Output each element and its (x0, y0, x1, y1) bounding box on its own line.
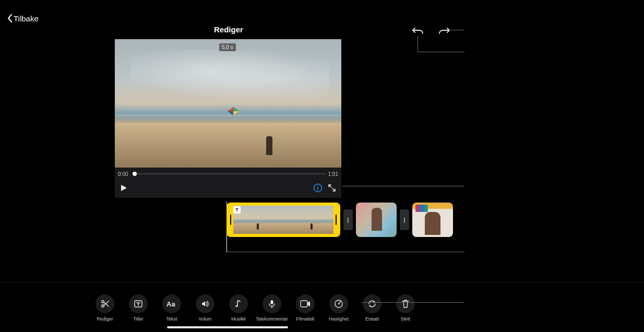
fullscreen-button[interactable] (328, 184, 336, 194)
svg-marker-1 (233, 107, 239, 111)
undo-icon (412, 26, 424, 35)
tool-label: Musikk (231, 316, 246, 322)
preview-artwork (266, 136, 272, 155)
tool-label: Filmatisk (296, 316, 315, 322)
tool-titles-button[interactable] (129, 294, 148, 313)
tool-label: Titler (133, 316, 144, 322)
note-icon (234, 299, 243, 309)
svg-marker-2 (228, 111, 233, 115)
back-button[interactable]: Tilbake (7, 14, 39, 23)
timeline-clip[interactable]: T (226, 203, 340, 237)
scrubber-thumb[interactable] (133, 172, 137, 176)
timeline[interactable]: T | | (226, 203, 453, 237)
trim-handle-right[interactable] (333, 204, 339, 235)
clip-thumbnail (412, 203, 453, 237)
tool-label: Rediger (97, 316, 113, 322)
cycle-icon (367, 299, 377, 309)
callout-line (418, 36, 418, 52)
tool-label: Tekst (166, 316, 177, 322)
home-indicator (167, 326, 288, 328)
film-icon (300, 300, 311, 307)
scissors-icon (100, 299, 110, 309)
clip-duration-badge: 5,0 s (219, 43, 236, 51)
svg-point-6 (317, 186, 318, 187)
undo-button[interactable] (411, 24, 425, 38)
preview-artwork (226, 106, 240, 120)
trash-icon (401, 299, 410, 309)
tool-delete-button[interactable] (396, 294, 415, 313)
scrubber-track[interactable] (133, 173, 327, 174)
scrubber[interactable]: 0:00 1:01 (115, 168, 341, 180)
callout-line (362, 302, 464, 303)
title-icon (134, 299, 143, 309)
redo-button[interactable] (437, 24, 451, 38)
play-button[interactable] (120, 184, 127, 194)
text-icon: Aa (166, 300, 177, 307)
tool-label: Talekommentar (256, 316, 288, 322)
tool-speed-button[interactable] (329, 294, 348, 313)
chevron-left-icon (7, 14, 13, 22)
callout-line (418, 52, 464, 52)
timeline-clip[interactable] (412, 203, 453, 237)
tool-voiceover-button[interactable] (263, 294, 281, 313)
tool-label: Hastighet (329, 316, 349, 322)
svg-rect-13 (271, 300, 273, 304)
svg-rect-14 (301, 301, 307, 307)
tool-replace-button[interactable] (363, 294, 381, 313)
svg-rect-7 (317, 187, 318, 191)
title-indicator: T (233, 206, 241, 214)
svg-marker-3 (233, 111, 239, 115)
tool-label: Erstatt (365, 316, 379, 322)
info-button[interactable] (313, 183, 323, 195)
callout-line (449, 30, 464, 30)
svg-point-12 (235, 305, 237, 307)
tool-music-button[interactable] (229, 294, 248, 313)
redo-icon (438, 26, 450, 35)
video-preview[interactable]: 5,0 s (115, 39, 341, 168)
svg-marker-4 (121, 185, 127, 191)
svg-text:Aa: Aa (166, 300, 175, 307)
callout-line (226, 252, 464, 252)
expand-icon (328, 184, 336, 192)
clip-thumbnail (230, 206, 337, 234)
gauge-icon (334, 299, 343, 309)
speaker-icon (200, 299, 210, 309)
back-label: Tilbake (14, 14, 39, 23)
preview-artwork (130, 50, 329, 99)
separator (0, 282, 644, 282)
preview-artwork (115, 123, 341, 168)
callout-line (342, 186, 464, 186)
trim-handle-left[interactable] (228, 204, 233, 235)
transition-button[interactable]: | (400, 209, 409, 230)
mic-icon (268, 299, 276, 309)
clip-thumbnail (356, 203, 397, 237)
page-title: Rediger (214, 25, 243, 34)
tool-label: Volum (198, 316, 211, 322)
svg-point-16 (338, 303, 340, 305)
play-icon (120, 184, 127, 192)
time-total: 1:01 (328, 171, 338, 177)
tool-cinematic-button[interactable] (296, 294, 315, 313)
tool-edit-button[interactable] (96, 294, 114, 313)
tool-text-button[interactable]: Aa (162, 294, 181, 313)
edit-toolbar: Rediger Titler Aa Tekst Volum Musikk Tal… (94, 294, 416, 322)
tool-volume-button[interactable] (196, 294, 214, 313)
transition-button[interactable]: | (343, 209, 353, 230)
time-current: 0:00 (118, 171, 128, 177)
info-icon (313, 183, 323, 193)
tool-label: Slett (401, 316, 410, 322)
timeline-clip[interactable] (356, 203, 397, 237)
